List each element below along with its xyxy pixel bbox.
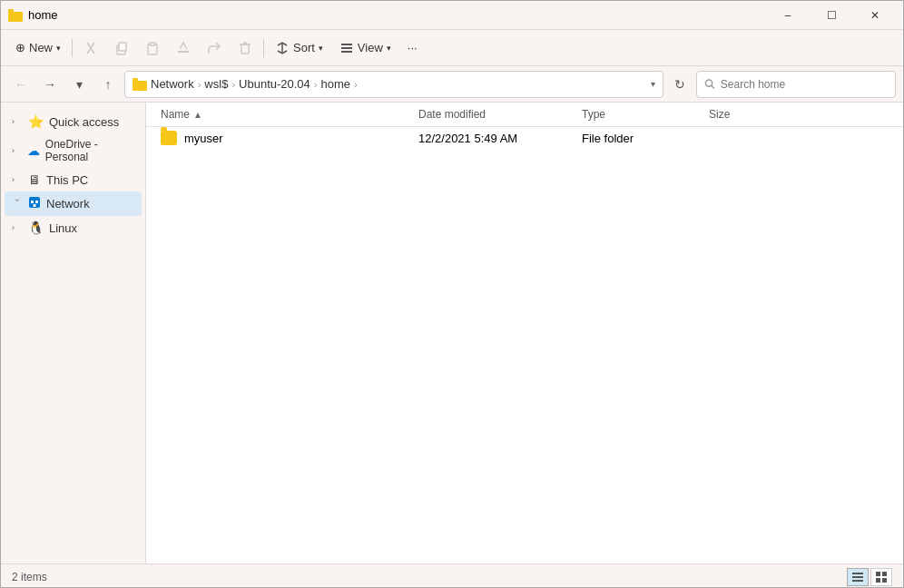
sidebar-item-network[interactable]: › Network — [5, 191, 142, 216]
svg-rect-22 — [35, 201, 38, 203]
col-header-date[interactable]: Date modified — [418, 108, 582, 121]
breadcrumb-wsl-label: wsl$ — [204, 77, 228, 91]
file-area: Name ▲ Date modified Type Size myuser 12… — [146, 103, 903, 564]
cut-button[interactable] — [76, 34, 105, 62]
share-button[interactable] — [200, 34, 229, 62]
svg-rect-13 — [341, 44, 352, 45]
svg-rect-5 — [119, 43, 126, 51]
rename-button[interactable] — [169, 34, 198, 62]
sort-chevron-icon: ▾ — [319, 44, 323, 53]
sidebar-item-quick-access-label: Quick access — [49, 115, 119, 129]
minimize-button[interactable]: – — [767, 1, 809, 30]
tiles-view-icon — [875, 571, 888, 583]
svg-rect-16 — [133, 81, 147, 91]
sort-icon — [275, 41, 290, 55]
recent-button[interactable]: ▾ — [66, 72, 92, 97]
network-icon — [28, 196, 41, 211]
title-controls: – ☐ ✕ — [767, 1, 896, 30]
copy-button[interactable] — [107, 34, 136, 62]
col-header-size[interactable]: Size — [709, 108, 800, 121]
breadcrumb-wsl[interactable]: wsl$ › — [204, 77, 235, 91]
quick-access-icon: ⭐ — [28, 114, 44, 129]
toolbar-sep-2 — [263, 39, 264, 57]
file-type-label: File folder — [582, 132, 634, 145]
rename-icon — [176, 41, 191, 55]
view-toggle-buttons — [847, 568, 892, 586]
back-button[interactable]: ← — [8, 72, 34, 97]
view-label: View — [358, 41, 383, 54]
address-bar[interactable]: Network › wsl$ › Ubuntu-20.04 › home › ▾ — [124, 71, 663, 98]
search-input[interactable] — [721, 78, 888, 91]
svg-rect-28 — [882, 572, 887, 576]
svg-rect-8 — [178, 51, 189, 53]
breadcrumb-ubuntu[interactable]: Ubuntu-20.04 › — [239, 77, 317, 91]
svg-rect-9 — [241, 44, 249, 54]
svg-rect-21 — [31, 201, 34, 203]
more-icon: ··· — [408, 41, 418, 54]
up-button[interactable]: ↑ — [95, 72, 121, 97]
address-dropdown-icon[interactable]: ▾ — [651, 79, 655, 89]
breadcrumb-home[interactable]: home › — [321, 77, 358, 91]
file-header: Name ▲ Date modified Type Size — [146, 103, 903, 127]
svg-rect-24 — [852, 573, 863, 574]
svg-rect-7 — [150, 43, 155, 45]
folder-title-icon — [8, 9, 23, 22]
svg-rect-25 — [852, 576, 863, 578]
close-button[interactable]: ✕ — [854, 1, 896, 30]
copy-icon — [114, 41, 129, 55]
col-header-type[interactable]: Type — [582, 108, 709, 121]
paste-button[interactable] — [138, 34, 167, 62]
sidebar-item-this-pc[interactable]: › 🖥 This PC — [5, 168, 142, 191]
svg-rect-26 — [852, 580, 863, 582]
new-button[interactable]: ⊕ New ▾ — [8, 34, 68, 62]
svg-rect-27 — [876, 572, 880, 576]
cut-icon — [84, 41, 98, 55]
refresh-button[interactable]: ↻ — [667, 72, 693, 97]
forward-button[interactable]: → — [37, 72, 63, 97]
home-folder-icon — [133, 78, 147, 91]
view-button[interactable]: View ▾ — [332, 34, 398, 62]
svg-rect-1 — [8, 9, 14, 13]
search-box[interactable] — [696, 71, 896, 98]
col-header-name[interactable]: Name ▲ — [146, 108, 418, 121]
sidebar-item-network-label: Network — [46, 197, 90, 211]
linux-icon: 🐧 — [28, 220, 44, 235]
new-label: New — [29, 41, 53, 54]
svg-rect-23 — [34, 204, 36, 207]
sidebar-item-quick-access[interactable]: › ⭐ Quick access — [5, 110, 142, 133]
folder-icon — [161, 131, 177, 145]
svg-rect-0 — [8, 12, 23, 22]
view-tiles-button[interactable] — [870, 568, 892, 586]
delete-icon — [238, 41, 252, 55]
sidebar-item-onedrive-label: OneDrive - Personal — [45, 138, 134, 163]
svg-rect-15 — [341, 51, 352, 53]
linux-chevron-icon: › — [12, 223, 23, 232]
col-name-label: Name — [161, 108, 190, 121]
this-pc-chevron-icon: › — [12, 175, 23, 184]
col-size-label: Size — [709, 108, 730, 121]
view-chevron-icon: ▾ — [387, 44, 391, 53]
title-bar: home – ☐ ✕ — [1, 1, 903, 30]
maximize-button[interactable]: ☐ — [811, 1, 852, 30]
item-count: 2 items — [12, 571, 47, 583]
file-type-cell: File folder — [582, 132, 709, 145]
svg-rect-17 — [133, 78, 138, 82]
sidebar-item-onedrive[interactable]: › ☁ OneDrive - Personal — [5, 133, 142, 168]
delete-button[interactable] — [231, 34, 260, 62]
more-button[interactable]: ··· — [400, 34, 425, 62]
sidebar-item-linux[interactable]: › 🐧 Linux — [5, 216, 142, 240]
sort-label: Sort — [293, 41, 315, 54]
breadcrumb-network-label: Network — [151, 77, 194, 91]
col-type-label: Type — [582, 108, 605, 121]
network-chevron-icon: › — [13, 199, 22, 210]
table-row[interactable]: myuser 12/2/2021 5:49 AM File folder — [146, 127, 903, 149]
file-name-cell: myuser — [146, 131, 418, 145]
share-icon — [207, 41, 221, 55]
toolbar-sep-1 — [72, 39, 73, 57]
svg-point-18 — [705, 80, 712, 86]
view-details-button[interactable] — [847, 568, 869, 586]
paste-icon — [145, 41, 160, 55]
sort-button[interactable]: Sort ▾ — [268, 34, 330, 62]
file-name-label: myuser — [184, 132, 223, 145]
breadcrumb-network[interactable]: Network › — [151, 77, 201, 91]
